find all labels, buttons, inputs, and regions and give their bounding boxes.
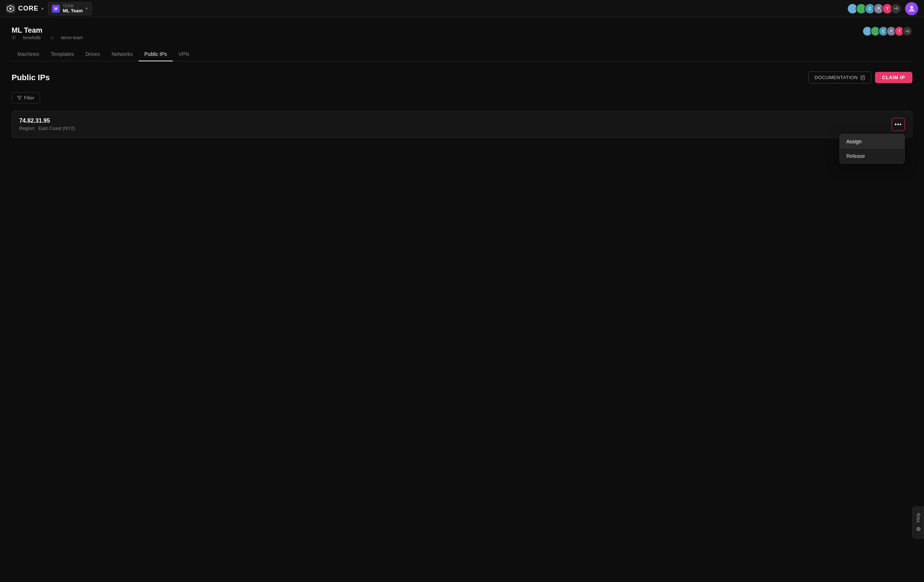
tab-vpn[interactable]: VPN — [173, 48, 195, 61]
app-name: CORE — [18, 5, 38, 12]
page-header: ML Team ID tenwfu6b U demo-team C — [12, 26, 912, 40]
team-meta: ID tenwfu6b U demo-team — [12, 35, 91, 40]
id-value: tenwfu6b — [23, 35, 41, 40]
u-value: demo-team — [61, 35, 83, 40]
ip-card-actions: ••• Assign Release — [892, 118, 905, 131]
page-header-right: C T +6 — [862, 26, 912, 36]
tab-drives[interactable]: Drives — [80, 48, 106, 61]
help-button[interactable]: Help ⊕ — [912, 506, 924, 539]
svg-point-2 — [10, 8, 12, 10]
user-profile-button[interactable] — [905, 2, 918, 15]
help-icon: ⊕ — [916, 525, 921, 532]
core-logo-icon — [6, 4, 15, 13]
documentation-button[interactable]: DOCUMENTATION — [808, 71, 871, 84]
ellipsis-icon: ••• — [894, 121, 902, 128]
avatar-stack: C T +6 — [847, 3, 901, 14]
page-content: Public IPs DOCUMENTATION CLAIM IP — [12, 61, 912, 148]
ip-address: 74.82.31.95 — [19, 117, 75, 124]
more-options-button[interactable]: ••• — [892, 118, 905, 131]
filter-button[interactable]: Filter — [12, 92, 40, 104]
team-chevron-icon: ▾ — [86, 6, 88, 11]
dropdown-item-assign[interactable]: Assign — [840, 134, 904, 149]
u-label: U demo-team — [50, 35, 87, 40]
nav-right: C T +6 — [847, 2, 918, 15]
user-icon — [908, 5, 915, 12]
ip-card: 74.82.31.95 Region: East Coast (NY2) •••… — [12, 110, 912, 138]
team-name-nav: ML Team — [63, 8, 83, 13]
id-label: ID tenwfu6b — [12, 35, 46, 40]
ip-card-info: 74.82.31.95 Region: East Coast (NY2) — [19, 117, 75, 131]
h-avatar-overflow: +6 — [902, 26, 912, 36]
page-header-left: ML Team ID tenwfu6b U demo-team — [12, 26, 91, 40]
claim-ip-label: CLAIM IP — [882, 75, 905, 80]
page-title: Public IPs — [12, 73, 50, 82]
filter-row: Filter — [12, 92, 912, 104]
tab-templates[interactable]: Templates — [45, 48, 80, 61]
documentation-label: DOCUMENTATION — [814, 75, 858, 80]
team-info: TEAM ML Team — [63, 4, 83, 13]
claim-ip-button[interactable]: CLAIM IP — [875, 72, 912, 83]
tab-machines[interactable]: Machines — [12, 48, 45, 61]
team-label: TEAM — [63, 4, 83, 8]
help-label: Help — [916, 513, 921, 523]
header-avatar-stack: C T +6 — [862, 26, 912, 36]
tabs: Machines Templates Drives Networks Publi… — [12, 48, 912, 61]
documentation-icon — [860, 75, 865, 80]
filter-icon — [17, 96, 22, 100]
workspace-title: ML Team — [12, 26, 91, 35]
dropdown-item-release[interactable]: Release — [840, 149, 904, 163]
dropdown-menu: Assign Release — [840, 134, 905, 164]
page-title-row: Public IPs DOCUMENTATION CLAIM IP — [12, 71, 912, 84]
content-area: ML Team ID tenwfu6b U demo-team C — [0, 17, 924, 157]
logo-chevron-icon[interactable]: ▾ — [41, 6, 43, 11]
team-avatar: M — [52, 5, 60, 13]
ip-region: Region: East Coast (NY2) — [19, 125, 75, 131]
page-actions: DOCUMENTATION CLAIM IP — [808, 71, 912, 84]
team-selector[interactable]: M TEAM ML Team ▾ — [48, 2, 92, 15]
svg-point-4 — [910, 6, 913, 9]
filter-label: Filter — [24, 95, 35, 101]
tab-networks[interactable]: Networks — [106, 48, 138, 61]
top-nav: CORE ▾ M TEAM ML Team ▾ C T +6 — [0, 0, 924, 17]
logo-area: CORE ▾ — [6, 4, 43, 13]
avatar-overflow: +6 — [891, 3, 901, 14]
tab-public-ips[interactable]: Public IPs — [139, 48, 173, 61]
nav-left: CORE ▾ M TEAM ML Team ▾ — [6, 2, 92, 15]
